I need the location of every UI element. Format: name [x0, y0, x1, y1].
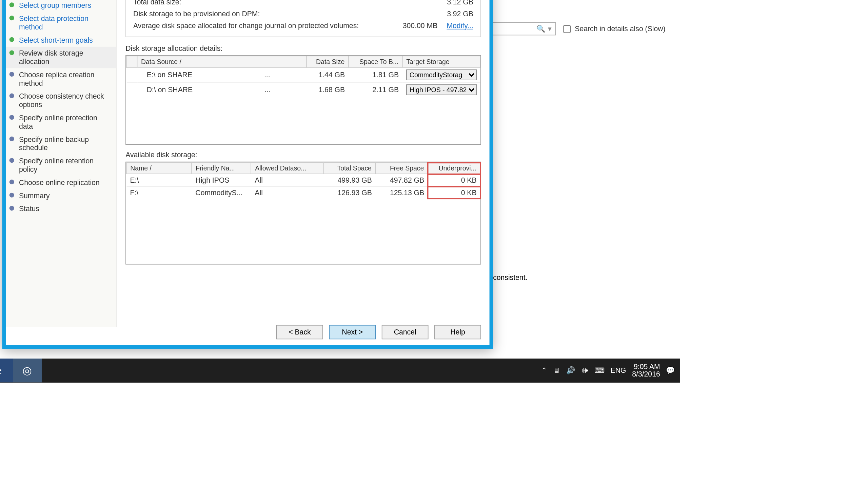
avg-journal-size: 300.00 MB [403, 22, 437, 30]
step-11: Choose online replication [6, 176, 117, 189]
col-friendly[interactable]: Friendly Na... [192, 163, 251, 174]
tray-volume-icon[interactable]: 🔊 [566, 366, 575, 375]
step-10: Specify online retention policy [6, 155, 117, 176]
step-4[interactable]: Select short-term goals [6, 34, 117, 47]
total-data-size: 3.12 GB [431, 0, 473, 6]
col-data-size[interactable]: Data Size [307, 56, 349, 67]
col-space[interactable]: Space To B... [349, 56, 402, 67]
search-icon: 🔍 [536, 25, 545, 33]
tray-notify-icon[interactable]: 💬 [666, 366, 675, 375]
col-free[interactable]: Free Space [375, 163, 428, 174]
col-total[interactable]: Total Space [323, 163, 375, 174]
col-name[interactable]: Name / [126, 163, 192, 174]
col-under[interactable]: Underprovi... [428, 163, 480, 174]
step-8: Specify online protection data [6, 111, 117, 133]
provisioned-size: 3.92 GB [431, 9, 473, 18]
tray-display-icon[interactable]: 🖥 [553, 366, 560, 375]
dpm-task-button[interactable]: ◎ [13, 359, 42, 383]
back-button[interactable]: < Back [276, 325, 323, 339]
step-3[interactable]: Select data protection method [6, 12, 117, 34]
create-protection-group-dialog: Create New Protection Group ✕ Review Dis… [2, 0, 493, 349]
step-2[interactable]: Select group members [6, 0, 117, 12]
col-allowed[interactable]: Allowed Dataso... [251, 163, 323, 174]
details-row[interactable]: D:\ on SHARE...1.68 GB2.11 GBHigh IPOS -… [126, 82, 480, 97]
allocation-details-table: Data Source / Data Size Space To B... Ta… [126, 56, 480, 97]
target-storage-select[interactable]: High IPOS - 497.82 [406, 84, 476, 95]
powershell-button[interactable]: ≥ [0, 359, 13, 383]
tray-clock[interactable]: 9:05 AM 8/3/2016 [632, 363, 660, 378]
step-7: Choose consistency check options [6, 90, 117, 111]
content-fragment: consistent. [493, 273, 527, 282]
cancel-button[interactable]: Cancel [382, 325, 429, 339]
col-data-source[interactable]: Data Source / [137, 56, 307, 67]
tray-overflow-icon[interactable]: ⌃ [541, 366, 547, 375]
details-row[interactable]: E:\ on SHARE...1.44 GB1.81 GBCommoditySt… [126, 67, 480, 82]
modify-link[interactable]: Modify... [447, 22, 473, 30]
avail-row[interactable]: E:\High IPOSAll499.93 GB497.82 GB0 KB [126, 174, 480, 186]
details-title: Disk storage allocation details: [125, 44, 481, 53]
col-target[interactable]: Target Storage [402, 56, 480, 67]
target-storage-select[interactable]: CommodityStorag [406, 69, 476, 80]
search-details-checkbox[interactable]: Search in details also (Slow) [560, 23, 666, 35]
avail-title: Available disk storage: [125, 151, 481, 159]
help-button[interactable]: Help [434, 325, 481, 339]
step-9: Specify online backup schedule [6, 133, 117, 155]
step-5: Review disk storage allocation [6, 47, 117, 68]
tray-lang[interactable]: ENG [611, 366, 626, 375]
available-storage-table: Name / Friendly Na... Allowed Dataso... … [126, 162, 480, 199]
step-13: Status [6, 202, 117, 216]
step-12: Summary [6, 189, 117, 202]
tray-keyboard-icon[interactable]: ⌨ [594, 366, 605, 375]
taskbar: ⊞ 🔍 ⎚ e 📁 🗄 ≥ ◎ ⌃ 🖥 🔊 🕪 ⌨ ENG 9:05 AM 8/… [0, 359, 680, 383]
avail-row[interactable]: F:\CommodityS...All126.93 GB125.13 GB0 K… [126, 186, 480, 199]
next-button[interactable]: Next > [329, 325, 376, 339]
step-6: Choose replica creation method [6, 68, 117, 90]
tray-network-icon[interactable]: 🕪 [581, 366, 588, 375]
